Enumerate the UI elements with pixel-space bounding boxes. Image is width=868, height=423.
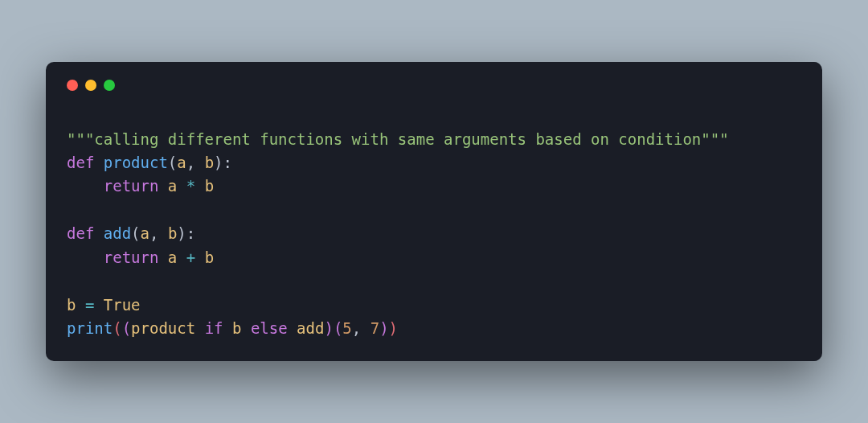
comma: , <box>352 319 371 337</box>
space <box>158 248 167 266</box>
paren-open: ( <box>122 319 131 337</box>
id-b: b <box>205 177 214 195</box>
zoom-icon[interactable] <box>104 80 115 91</box>
paren-open: ( <box>113 319 121 337</box>
kw-return: return <box>104 177 159 195</box>
kw-return: return <box>104 248 159 266</box>
docstring-open: """ <box>67 130 94 148</box>
paren-open: ( <box>131 224 140 242</box>
indent <box>67 248 104 266</box>
space <box>177 248 186 266</box>
space <box>158 177 167 195</box>
paren-close: ) <box>389 319 398 337</box>
space <box>94 224 103 242</box>
space <box>195 177 204 195</box>
num-5: 5 <box>342 319 351 337</box>
op-assign: = <box>76 296 103 314</box>
comma: , <box>149 224 168 242</box>
docstring-text: calling different functions with same ar… <box>94 130 701 148</box>
kw-else: else <box>251 319 288 337</box>
param-b: b <box>168 224 177 242</box>
kw-if: if <box>205 319 223 337</box>
op-mul: * <box>186 177 195 195</box>
paren-close: ) <box>177 224 186 242</box>
id-product: product <box>131 319 195 337</box>
code-window: """calling different functions with same… <box>46 62 822 362</box>
space <box>195 248 204 266</box>
minimize-icon[interactable] <box>85 80 96 91</box>
num-7: 7 <box>371 319 379 337</box>
space <box>288 319 297 337</box>
code-block: """calling different functions with same… <box>67 128 801 341</box>
colon: : <box>186 224 195 242</box>
param-b: b <box>205 154 214 171</box>
id-a: a <box>168 248 177 266</box>
fn-name-add: add <box>104 224 131 242</box>
comma: , <box>186 154 205 171</box>
id-add: add <box>297 319 324 337</box>
space <box>223 319 232 337</box>
paren-close: ) <box>379 319 388 337</box>
id-b: b <box>67 296 76 314</box>
fn-print: print <box>67 319 113 337</box>
docstring-close: """ <box>701 130 728 148</box>
paren-close: ) <box>324 319 333 337</box>
paren-open: ( <box>168 154 177 171</box>
param-a: a <box>177 154 186 171</box>
id-a: a <box>168 177 177 195</box>
colon: : <box>223 154 232 171</box>
op-add: + <box>186 248 195 266</box>
indent <box>67 177 104 195</box>
space <box>177 177 186 195</box>
paren-open: ( <box>334 319 342 337</box>
kw-def: def <box>67 154 94 171</box>
id-b: b <box>232 319 241 337</box>
space <box>195 319 204 337</box>
paren-close: ) <box>214 154 223 171</box>
kw-def: def <box>67 224 94 242</box>
fn-name-product: product <box>104 154 168 171</box>
id-b: b <box>205 248 214 266</box>
lit-true: True <box>104 296 141 314</box>
close-icon[interactable] <box>67 80 78 91</box>
space <box>241 319 250 337</box>
space <box>94 154 103 171</box>
param-a: a <box>141 224 149 242</box>
traffic-lights <box>67 80 801 91</box>
